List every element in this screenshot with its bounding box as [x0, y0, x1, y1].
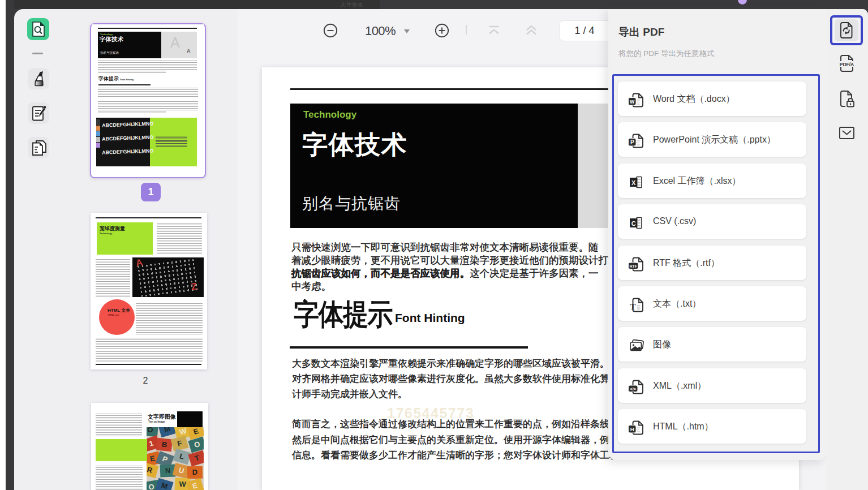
svg-text:H: H	[630, 426, 634, 432]
svg-text:C: C	[631, 220, 636, 227]
svg-text:</>: </>	[630, 386, 636, 392]
svg-text:P: P	[630, 139, 634, 145]
svg-text:RTF: RTF	[629, 264, 637, 268]
svg-text:T: T	[630, 302, 636, 311]
svg-text:X: X	[631, 179, 636, 186]
svg-text:w: w	[629, 98, 634, 105]
svg-text:PDF/A: PDF/A	[840, 62, 854, 67]
